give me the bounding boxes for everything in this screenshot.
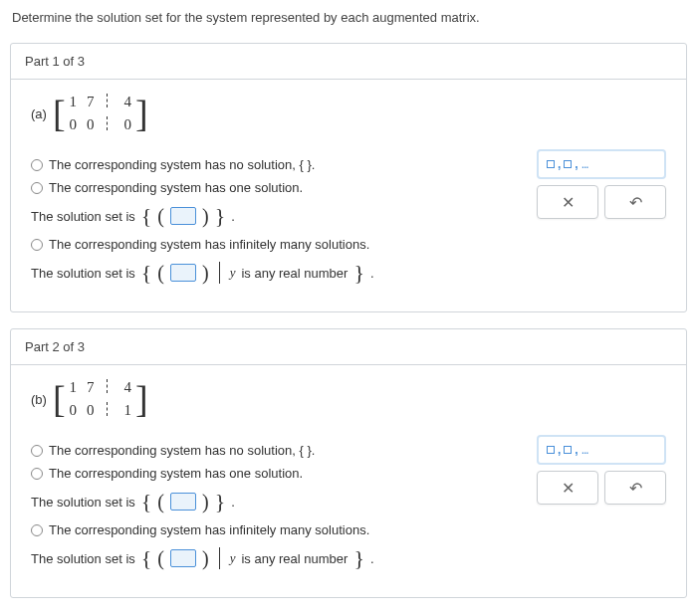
solution-prefix: The solution set is — [31, 209, 135, 224]
aug-bar — [107, 94, 113, 107]
option-text: The corresponding system has infinitely … — [49, 522, 369, 537]
m-cell: 1 — [70, 94, 78, 110]
augmented-matrix: [ 1 7 4 0 0 0 ] — [53, 94, 148, 133]
close-icon: ✕ — [562, 479, 575, 498]
answer-input[interactable] — [170, 493, 196, 511]
option-text: The corresponding system has no solution… — [49, 443, 315, 458]
option-text: The corresponding system has one solutio… — [49, 466, 303, 481]
solution-prefix: The solution set is — [31, 551, 135, 566]
suffix-text: is any real number — [241, 266, 348, 281]
m-cell: 0 — [70, 402, 78, 419]
option-text: The corresponding system has one solutio… — [49, 180, 303, 195]
close-icon: ✕ — [562, 193, 575, 212]
aug-bar — [107, 379, 113, 393]
format-hint[interactable]: ,,... — [537, 435, 666, 465]
radio-infinite-solutions[interactable] — [31, 239, 43, 251]
m-cell: 0 — [124, 116, 132, 133]
answer-input[interactable] — [170, 549, 196, 567]
solution-prefix: The solution set is — [31, 266, 135, 281]
suffix-text: is any real number — [241, 551, 348, 566]
m-cell: 1 — [124, 402, 132, 419]
part-label: (a) — [31, 106, 47, 121]
part-label: (b) — [31, 392, 47, 407]
question-prompt: Determine the solution set for the syste… — [0, 0, 697, 35]
m-cell: 0 — [70, 116, 78, 133]
m-cell: 0 — [87, 402, 95, 419]
answer-input[interactable] — [170, 264, 196, 282]
reset-button[interactable]: ↶ — [604, 471, 666, 505]
part-header: Part 1 of 3 — [11, 44, 686, 80]
y-var: y — [230, 265, 236, 281]
radio-infinite-solutions[interactable] — [31, 524, 43, 536]
m-cell: 1 — [70, 379, 78, 396]
radio-no-solution[interactable] — [31, 159, 43, 171]
undo-icon: ↶ — [629, 479, 642, 498]
radio-one-solution[interactable] — [31, 182, 43, 194]
aug-bar — [107, 116, 113, 130]
part-2: Part 2 of 3 (b) [ 1 7 4 0 0 1 ] — [10, 328, 687, 598]
aug-bar — [107, 402, 113, 416]
m-cell: 4 — [124, 94, 132, 110]
part-1: Part 1 of 3 (a) [ 1 7 4 0 0 0 ] — [10, 43, 687, 312]
m-cell: 4 — [124, 379, 132, 396]
radio-one-solution[interactable] — [31, 468, 43, 480]
part-header: Part 2 of 3 — [11, 329, 686, 365]
y-var: y — [230, 550, 236, 566]
reset-button[interactable]: ↶ — [604, 185, 666, 219]
clear-button[interactable]: ✕ — [537, 471, 598, 505]
answer-input[interactable] — [170, 207, 196, 225]
undo-icon: ↶ — [629, 193, 642, 212]
option-text: The corresponding system has infinitely … — [49, 237, 369, 252]
solution-prefix: The solution set is — [31, 495, 135, 510]
m-cell: 7 — [87, 94, 95, 110]
clear-button[interactable]: ✕ — [537, 185, 598, 219]
option-text: The corresponding system has no solution… — [49, 157, 315, 172]
radio-no-solution[interactable] — [31, 445, 43, 457]
m-cell: 0 — [87, 116, 95, 133]
augmented-matrix: [ 1 7 4 0 0 1 ] — [53, 379, 148, 419]
m-cell: 7 — [87, 379, 95, 396]
format-hint[interactable]: ,,... — [537, 149, 666, 179]
